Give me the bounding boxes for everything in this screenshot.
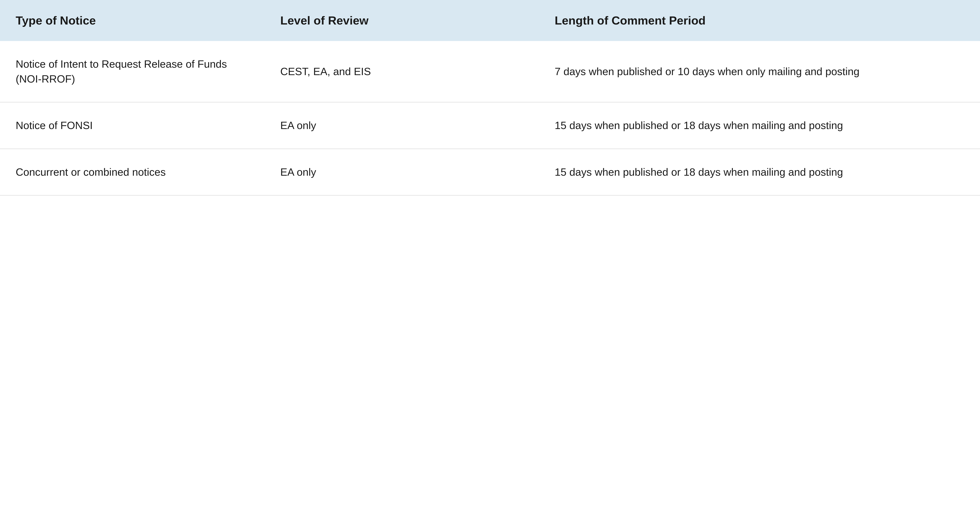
cell-type: Notice of FONSI (0, 102, 265, 149)
header-level-of-review: Level of Review (265, 0, 539, 41)
notice-table: Type of Notice Level of Review Length of… (0, 0, 980, 196)
header-type-of-notice: Type of Notice (0, 0, 265, 41)
cell-type: Concurrent or combined notices (0, 149, 265, 196)
cell-length: 15 days when published or 18 days when m… (539, 149, 980, 196)
cell-level: EA only (265, 149, 539, 196)
header-length-of-comment-period: Length of Comment Period (539, 0, 980, 41)
table-header-row: Type of Notice Level of Review Length of… (0, 0, 980, 41)
cell-length: 7 days when published or 10 days when on… (539, 41, 980, 102)
cell-level: CEST, EA, and EIS (265, 41, 539, 102)
table-row: Notice of FONSI EA only 15 days when pub… (0, 102, 980, 149)
cell-type: Notice of Intent to Request Release of F… (0, 41, 265, 102)
table-row: Concurrent or combined notices EA only 1… (0, 149, 980, 196)
cell-level: EA only (265, 102, 539, 149)
cell-length: 15 days when published or 18 days when m… (539, 102, 980, 149)
table-row: Notice of Intent to Request Release of F… (0, 41, 980, 102)
